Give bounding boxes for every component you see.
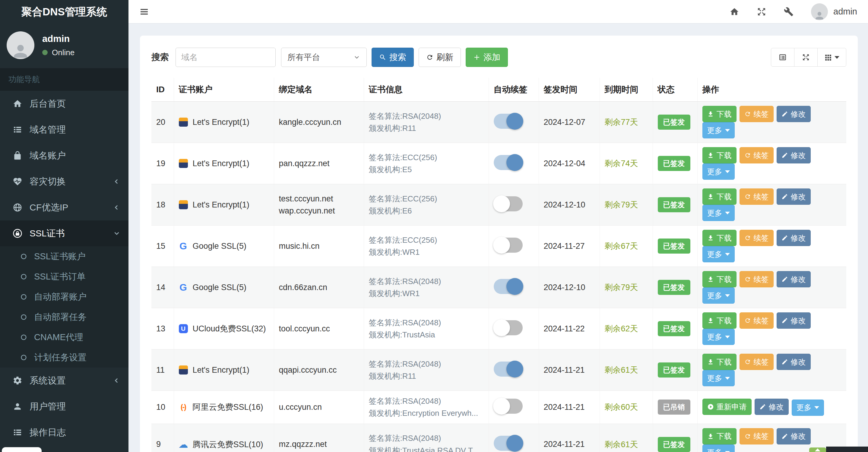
detail-view-button[interactable]: [771, 48, 795, 67]
sidebar-item-system[interactable]: 系统设置: [0, 367, 128, 393]
sidebar-subitem-cname-proxy[interactable]: CNAME代理: [0, 327, 128, 347]
download-button[interactable]: 下载: [703, 428, 737, 445]
download-button[interactable]: 下载: [703, 189, 737, 205]
sidebar-item-cf-ip[interactable]: CF优选IP: [0, 194, 128, 220]
more-button[interactable]: 更多: [703, 445, 735, 452]
col-header-6: 到期时间: [599, 78, 653, 102]
edit-button[interactable]: 修改: [777, 428, 811, 445]
sidebar-item-users[interactable]: 用户管理: [0, 393, 128, 419]
renew-button[interactable]: 续签: [740, 230, 774, 246]
search-input[interactable]: [176, 47, 276, 67]
renew-button[interactable]: 续签: [740, 428, 774, 445]
auto-renew-toggle[interactable]: [494, 237, 523, 253]
toggle-knob: [493, 319, 510, 336]
edit-button[interactable]: 修改: [777, 147, 811, 163]
auto-renew-toggle[interactable]: [494, 320, 523, 335]
auto-renew-toggle[interactable]: [494, 436, 523, 451]
sidebar-subitem-cron-settings[interactable]: 计划任务设置: [0, 347, 128, 367]
columns-view-button[interactable]: [817, 48, 846, 67]
home-icon[interactable]: [730, 7, 739, 17]
renew-button[interactable]: 续签: [740, 312, 774, 329]
gears-icon: [13, 376, 22, 385]
renew-button[interactable]: 续签: [740, 147, 774, 163]
toolbar: 搜索 所有平台 搜索 刷新 添加: [151, 47, 846, 67]
tools-icon[interactable]: [784, 7, 794, 17]
issuer-line: 颁发机构:R11: [369, 370, 484, 382]
download-button[interactable]: 下载: [703, 271, 737, 287]
edit-button[interactable]: 修改: [777, 189, 811, 205]
toggle-knob: [493, 398, 510, 415]
search-button[interactable]: 搜索: [372, 47, 414, 67]
more-button[interactable]: 更多: [703, 205, 735, 221]
download-button[interactable]: 下载: [703, 147, 737, 163]
topbar-avatar: [811, 3, 828, 20]
edit-icon: [781, 193, 788, 200]
sidebar-item-domain-accounts[interactable]: 域名账户: [0, 142, 128, 168]
account-name: UCloud免费SSL(32): [193, 323, 266, 334]
download-button[interactable]: 下载: [703, 106, 737, 122]
renew-button[interactable]: 续签: [740, 106, 774, 122]
download-button[interactable]: 下载: [703, 312, 737, 329]
more-button-label: 更多: [797, 402, 812, 413]
table-row: 9☁腾讯云免费SSL(10)mz.qqzzz.net 签名算法:RSA(2048…: [151, 424, 846, 452]
topbar-user-menu[interactable]: admin: [811, 3, 857, 20]
floating-green-button[interactable]: [809, 448, 826, 452]
auto-renew-toggle[interactable]: [494, 279, 523, 294]
cell-account: UUCloud免费SSL(32): [174, 308, 274, 350]
add-button[interactable]: 添加: [466, 47, 508, 67]
auto-renew-toggle[interactable]: [494, 155, 523, 170]
renew-button[interactable]: 续签: [740, 271, 774, 287]
auto-renew-toggle[interactable]: [494, 196, 523, 212]
sidebar-item-ssl[interactable]: SSL证书: [0, 220, 128, 246]
sidebar-subitem-deploy-accounts[interactable]: 自动部署账户: [0, 287, 128, 307]
sidebar-subitem-deploy-tasks[interactable]: 自动部署任务: [0, 307, 128, 327]
sidebar-item-failover[interactable]: 容灾切换: [0, 168, 128, 194]
edit-button[interactable]: 修改: [754, 399, 789, 415]
sidebar-item-logs[interactable]: 操作日志: [0, 419, 128, 445]
app-logo[interactable]: 聚合DNS管理系统: [0, 0, 128, 24]
edit-button[interactable]: 修改: [777, 312, 811, 329]
col-header-2: 绑定域名: [274, 78, 364, 102]
cell-issued: 2024-12-10: [539, 267, 599, 308]
edit-icon: [781, 111, 788, 117]
more-button[interactable]: 更多: [703, 287, 735, 304]
sidebar-subitem-ssl-orders[interactable]: SSL证书订单: [0, 266, 128, 287]
platform-select[interactable]: 所有平台: [281, 47, 367, 67]
sidebar-subitem-ssl-accounts[interactable]: SSL证书账户: [0, 246, 128, 266]
reapply-button[interactable]: 重新申请: [703, 399, 752, 415]
auto-renew-toggle[interactable]: [494, 361, 523, 377]
download-button-label: 下载: [717, 275, 732, 284]
renew-button[interactable]: 续签: [740, 354, 774, 370]
cell-auto-renew: [489, 424, 539, 452]
cell-id: 11: [151, 350, 174, 391]
download-button[interactable]: 下载: [703, 230, 737, 246]
hamburger-menu-icon[interactable]: [140, 7, 149, 17]
sidebar-subitem-label: SSL证书订单: [34, 271, 86, 283]
renew-button[interactable]: 续签: [740, 189, 774, 205]
download-button[interactable]: 下载: [703, 354, 737, 370]
more-button[interactable]: 更多: [703, 329, 735, 345]
refresh-button[interactable]: 刷新: [418, 47, 461, 67]
topbar-username: admin: [833, 7, 857, 17]
account-name: 阿里云免费SSL(16): [193, 401, 263, 413]
edit-button[interactable]: 修改: [777, 271, 811, 287]
expand-view-button[interactable]: [794, 48, 818, 67]
edit-button[interactable]: 修改: [777, 106, 811, 122]
fullscreen-icon[interactable]: [757, 7, 766, 17]
status-badge: 已签发: [658, 156, 690, 171]
more-button[interactable]: 更多: [703, 246, 735, 262]
sidebar-item-domains[interactable]: 域名管理: [0, 117, 128, 142]
more-button[interactable]: 更多: [703, 163, 735, 180]
sidebar-item-dashboard[interactable]: 后台首页: [0, 91, 128, 117]
auto-renew-toggle[interactable]: [494, 114, 523, 129]
list-icon: [13, 125, 22, 134]
edit-button[interactable]: 修改: [777, 230, 811, 246]
more-button[interactable]: 更多: [792, 399, 824, 416]
more-button[interactable]: 更多: [703, 370, 735, 386]
renew-button-label: 续签: [754, 316, 769, 326]
edit-button[interactable]: 修改: [777, 354, 811, 370]
auto-renew-toggle[interactable]: [494, 399, 523, 414]
sidebar: 聚合DNS管理系统 admin Online 功能导航 后台首页域名管理域名账户…: [0, 0, 128, 452]
more-button[interactable]: 更多: [703, 122, 735, 138]
download-button-label: 下载: [717, 431, 732, 441]
